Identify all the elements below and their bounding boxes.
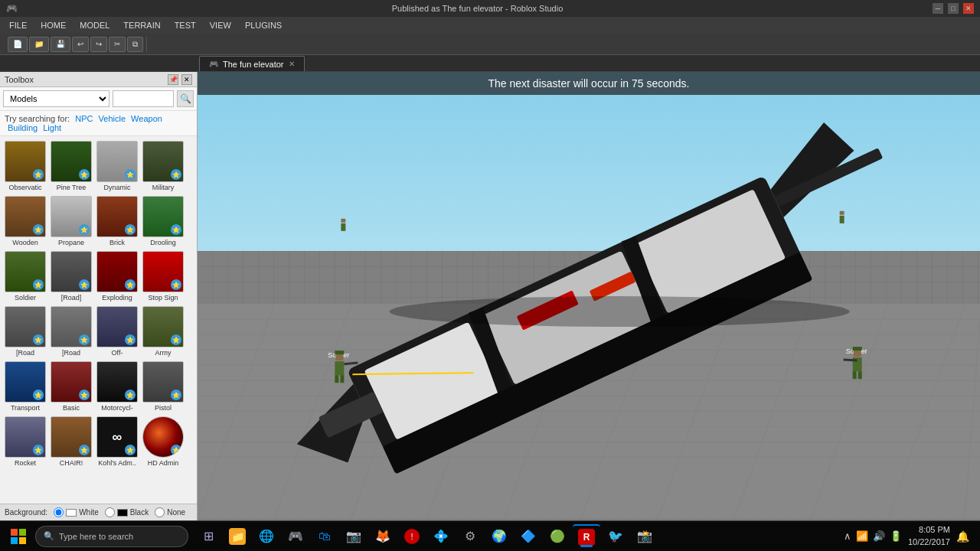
clock-date: 10/22/2017 (908, 536, 950, 548)
item-label-hdadmin: HD Admin (148, 459, 179, 467)
toolbox-pin-button[interactable]: 📌 (168, 74, 178, 85)
menu-test[interactable]: TEST (168, 19, 202, 31)
thumb-kohlsadmin: ∞ ⭐ (96, 416, 138, 458)
grid-item-soldier[interactable]: ⭐ Soldier (3, 249, 47, 303)
toolbox-search-button[interactable]: 🔍 (177, 90, 194, 107)
tab-close-button[interactable]: ✕ (289, 60, 295, 68)
taskbar-app-explorer[interactable]: 📁 (224, 524, 251, 549)
grid-item-hdadmin[interactable]: ⭐ HD Admin (141, 415, 185, 468)
toolbox-title: Toolbox (5, 75, 34, 84)
thumb-drooling: ⭐ (142, 196, 184, 237)
close-button[interactable]: ✕ (963, 3, 974, 14)
grid-item-pinetree[interactable]: ⭐ Pine Tree (49, 139, 93, 193)
grid-item-road3[interactable]: ⭐ [Road (49, 305, 93, 358)
grid-item-brick[interactable]: ⭐ Brick (95, 194, 139, 248)
toolbar-save[interactable]: 💾 (51, 37, 70, 52)
grid-item-road1[interactable]: ⭐ [Road] (49, 249, 93, 303)
menu-plugins[interactable]: PLUGINS (239, 19, 288, 31)
menu-terrain[interactable]: TERRAIN (117, 19, 166, 31)
toolbox-close-button[interactable]: ✕ (181, 74, 192, 85)
taskbar-app-blue[interactable]: 💠 (427, 524, 455, 549)
tray-chevron[interactable]: ∧ (844, 530, 851, 542)
toolbar: 📄 📁 💾 ↩ ↪ ✂ ⧉ (0, 34, 980, 55)
photos-icon: 📷 (345, 528, 362, 545)
grid-item-road2[interactable]: ⭐ [Road (3, 305, 47, 358)
suggestion-building[interactable]: Building (8, 123, 38, 132)
taskbar-app-store[interactable]: 🛍 (311, 524, 338, 549)
tray-network[interactable]: 📶 (856, 530, 868, 542)
tray-volume[interactable]: 🔊 (873, 530, 885, 542)
taskbar-app-app11[interactable]: 🔷 (514, 524, 542, 549)
item-label-drooling: Drooling (150, 239, 176, 246)
grid-item-basic[interactable]: ⭐ Basic (49, 360, 93, 413)
taskbar-search[interactable]: 🔍 Type here to search (35, 526, 188, 547)
item-label-military: Military (152, 184, 175, 191)
grid-item-drooling[interactable]: ⭐ Drooling (141, 194, 185, 248)
item-label-motorcycle: Motorcycl- (101, 404, 133, 412)
grid-row-5: ⭐ Transport ⭐ Basic ⭐ Motorcycl- (3, 360, 194, 413)
grid-row-3: ⭐ Soldier ⭐ [Road] ⭐ Exploding (3, 249, 194, 303)
grid-item-transport[interactable]: ⭐ Transport (3, 360, 47, 413)
notification-icon[interactable]: 🔔 (956, 530, 969, 543)
taskbar-app-edge[interactable]: 🌐 (253, 524, 280, 549)
toolbar-redo[interactable]: ↪ (90, 37, 107, 52)
menu-view[interactable]: VIEW (204, 19, 237, 31)
taskbar-app-firefox[interactable]: 🦊 (369, 524, 397, 549)
star-icon: ⭐ (79, 390, 90, 400)
windows-logo (11, 529, 26, 544)
suggestion-weapon[interactable]: Weapon (131, 114, 162, 123)
grid-item-dynamic[interactable]: ⭐ Dynamic (95, 139, 139, 193)
main-area: Toolbox 📌 ✕ Models My Models Free Models… (0, 72, 980, 520)
toolbar-cut[interactable]: ✂ (109, 37, 126, 52)
bg-option-white[interactable]: White (54, 507, 99, 517)
tab-bar: 🎮 The fun elevator ✕ (0, 55, 980, 72)
grid-item-army[interactable]: ⭐ Army (141, 305, 185, 358)
viewport[interactable]: Soldier Soldier (198, 72, 980, 520)
toolbar-open[interactable]: 📁 (29, 37, 49, 52)
model-type-select[interactable]: Models My Models Free Models Recent (3, 90, 109, 107)
taskbar-app-photos[interactable]: 📷 (340, 524, 368, 549)
taskbar-app-ie[interactable]: 🌍 (485, 524, 513, 549)
toolbar-new[interactable]: 📄 (8, 37, 28, 52)
grid-item-motorcycle[interactable]: ⭐ Motorcycl- (95, 360, 139, 413)
grid-item-military[interactable]: ⭐ Military (141, 139, 185, 193)
toolbar-undo[interactable]: ↩ (72, 37, 89, 52)
bg-option-none[interactable]: None (155, 507, 185, 517)
taskbar-app-twitter[interactable]: 🐦 (602, 524, 629, 549)
taskbar-app-settings[interactable]: ⚙ (456, 524, 484, 549)
menu-model[interactable]: MODEL (74, 19, 116, 31)
taskbar-app-camera[interactable]: 📸 (631, 524, 658, 549)
suggestion-vehicle[interactable]: Vehicle (99, 114, 126, 123)
toolbox-search-input[interactable] (113, 90, 174, 107)
grid-item-offroad[interactable]: ⭐ Off- (95, 305, 139, 358)
grid-item-chair[interactable]: ⭐ CHAIR! (49, 415, 93, 468)
toolbar-copy[interactable]: ⧉ (127, 37, 143, 52)
bg-option-black[interactable]: Black (105, 507, 149, 517)
maximize-button[interactable]: □ (948, 3, 959, 14)
svg-rect-49 (853, 371, 857, 379)
menu-home[interactable]: HOME (34, 19, 72, 31)
grid-item-rocket[interactable]: ⭐ Rocket (3, 415, 47, 468)
suggestion-npc[interactable]: NPC (75, 114, 93, 123)
grid-item-exploding[interactable]: ⭐ Exploding (95, 249, 139, 303)
minimize-button[interactable]: ─ (933, 3, 943, 14)
search-icon: 🔍 (44, 531, 54, 541)
taskbar-clock[interactable]: 8:05 PM 10/22/2017 (908, 524, 950, 548)
grid-item-kohlsadmin[interactable]: ∞ ⭐ Kohl's Adm.. (95, 415, 139, 468)
grid-item-pistol[interactable]: ⭐ Pistol (141, 360, 185, 413)
start-button[interactable] (5, 524, 32, 549)
grid-item-observatory[interactable]: ⭐ Observatic (3, 139, 47, 193)
grid-item-stopsign[interactable]: ⭐ Stop Sign (141, 249, 185, 303)
grid-item-propane[interactable]: ⭐ Propane (49, 194, 93, 248)
taskbar-app-taskview[interactable]: ⊞ (194, 524, 222, 549)
suggestion-light[interactable]: Light (43, 123, 61, 132)
menu-file[interactable]: FILE (3, 19, 33, 31)
taskbar-app-roblox[interactable]: R (573, 524, 600, 549)
tab-fun-elevator[interactable]: 🎮 The fun elevator ✕ (199, 56, 305, 71)
star-icon: ⭐ (171, 169, 181, 180)
taskbar-app-app12[interactable]: 🟢 (544, 524, 571, 549)
taskbar-app-red[interactable]: ! (398, 524, 426, 549)
grid-item-wooden[interactable]: ⭐ Wooden (3, 194, 47, 248)
taskbar-app-xbox[interactable]: 🎮 (282, 524, 309, 549)
item-label-stopsign: Stop Sign (148, 294, 178, 302)
